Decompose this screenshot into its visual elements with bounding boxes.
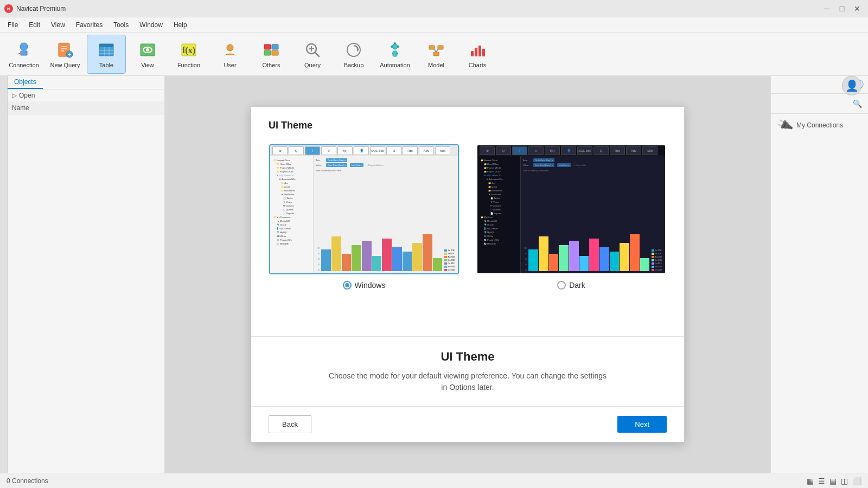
svg-point-35 — [391, 46, 393, 48]
view-icon — [138, 40, 157, 60]
list-view-icon[interactable]: ☰ — [818, 477, 825, 485]
next-button[interactable]: Next — [617, 416, 667, 433]
connections-section: 🔌 My Connections — [771, 114, 868, 137]
svg-rect-41 — [429, 46, 435, 49]
windows-radio[interactable] — [343, 281, 352, 290]
toolbar-model-button[interactable]: Model — [417, 35, 456, 74]
table-icon — [97, 40, 116, 60]
svg-rect-27 — [272, 50, 278, 55]
theme-option-windows[interactable]: ⊕ Q T V f(x) 👤 SQL Bck Q Rpt — [269, 144, 459, 290]
toolbar-connection-button[interactable]: Connection — [4, 35, 43, 74]
menu-file[interactable]: File — [2, 19, 23, 31]
connection-icon — [14, 40, 34, 60]
plug-icon: 🔌 — [775, 116, 794, 134]
panel-view-icon[interactable]: ◫ — [841, 477, 848, 485]
back-button[interactable]: Back — [269, 415, 311, 433]
toolbar-user-button[interactable]: User — [210, 35, 250, 74]
svg-rect-24 — [264, 44, 271, 49]
theme-option-dark[interactable]: ⊕ Q T V f(x) 👤 SQL Bck Q Rpt — [476, 144, 666, 290]
svg-text:f(x): f(x) — [182, 46, 195, 55]
sidebar-tab-objects[interactable]: Objects — [8, 76, 43, 89]
maximize-button[interactable]: □ — [835, 3, 848, 14]
toolbar-automation-button[interactable]: Automation — [375, 35, 414, 74]
svg-point-2 — [20, 43, 28, 50]
table-label: Table — [99, 62, 113, 68]
menu-tools[interactable]: Tools — [108, 19, 134, 31]
svg-rect-48 — [478, 46, 481, 56]
toolbar-view-button[interactable]: View — [128, 35, 167, 74]
toolbar-query-button[interactable]: Query — [293, 35, 332, 74]
toolbar-backup-button[interactable]: Backup — [334, 35, 373, 74]
svg-rect-4 — [23, 50, 25, 52]
dialog-overlay: UI Theme ⊕ Q T V — [165, 76, 770, 473]
menu-edit[interactable]: Edit — [23, 19, 46, 31]
expand-icon[interactable]: ⬜ — [852, 477, 861, 485]
svg-rect-13 — [99, 44, 113, 47]
automation-icon — [385, 40, 405, 60]
svg-point-37 — [394, 42, 396, 44]
app-icon: N — [4, 4, 13, 13]
menu-favorites[interactable]: Favorites — [71, 19, 108, 31]
svg-point-34 — [392, 44, 398, 49]
toolbar-new-query-button[interactable]: + New Query — [46, 35, 85, 74]
avatar[interactable]: 👤 — [842, 76, 861, 95]
left-edge-strip — [0, 76, 8, 473]
svg-rect-25 — [272, 44, 278, 49]
dark-radio[interactable] — [557, 281, 566, 290]
dialog-body: UI Theme ⊕ Q T V — [251, 107, 684, 336]
sidebar: Objects ▷ Open Name — [8, 76, 165, 473]
status-right: ▦ ☰ ▤ ◫ ⬜ — [807, 477, 861, 485]
dialog-bottom-title: UI Theme — [269, 350, 667, 364]
minimize-button[interactable]: ─ — [820, 3, 833, 14]
svg-line-45 — [436, 49, 438, 52]
function-label: Function — [177, 62, 200, 68]
svg-rect-39 — [392, 53, 393, 54]
svg-text:N: N — [7, 7, 10, 11]
toolbar-table-button[interactable]: Table — [87, 35, 126, 74]
svg-point-20 — [146, 48, 149, 52]
dialog-footer: Back Next — [251, 406, 684, 442]
function-icon: f(x) — [179, 40, 199, 60]
connections-status: 0 Connections — [7, 477, 48, 485]
backup-icon — [344, 40, 363, 60]
toolbar-others-button[interactable]: Others — [252, 35, 291, 74]
sidebar-tab-bar: Objects — [8, 76, 164, 89]
menu-bar: File Edit View Favorites Tools Window He… — [0, 17, 868, 33]
dialog-bottom-desc: Choose the mode for your default viewing… — [327, 370, 609, 393]
toolbar-charts-button[interactable]: Charts — [458, 35, 497, 74]
svg-line-44 — [435, 49, 436, 52]
svg-rect-49 — [482, 49, 485, 56]
connections-label: My Connections — [796, 121, 843, 129]
theme-preview-windows: ⊕ Q T V f(x) 👤 SQL Bck Q Rpt — [269, 144, 459, 274]
content-area: UI Theme ⊕ Q T V — [165, 76, 770, 473]
grid-view-icon[interactable]: ▦ — [807, 477, 814, 485]
dark-theme-label: Dark — [557, 281, 585, 290]
query-icon — [303, 40, 322, 60]
close-button[interactable]: ✕ — [851, 3, 864, 14]
toolbar-function-button[interactable]: f(x) Function — [169, 35, 208, 74]
query-label: Query — [304, 62, 321, 68]
svg-rect-26 — [264, 50, 271, 55]
sidebar-name-header: Name — [8, 102, 164, 114]
view-label: View — [141, 62, 154, 68]
svg-rect-40 — [397, 53, 398, 54]
menu-help[interactable]: Help — [168, 19, 193, 31]
charts-label: Charts — [469, 62, 486, 68]
sidebar-open-button[interactable]: ▷ Open — [8, 89, 164, 102]
user-label: User — [224, 62, 236, 68]
dialog-top-title: UI Theme — [269, 120, 667, 131]
status-bar: 0 Connections ▦ ☰ ▤ ◫ ⬜ — [0, 473, 868, 488]
menu-view[interactable]: View — [46, 19, 71, 31]
detail-view-icon[interactable]: ▤ — [829, 477, 837, 485]
user-icon — [220, 40, 240, 60]
menu-window[interactable]: Window — [134, 19, 168, 31]
svg-rect-43 — [433, 52, 439, 56]
automation-label: Automation — [380, 62, 410, 68]
charts-icon — [468, 40, 487, 60]
svg-point-23 — [227, 44, 233, 51]
app-title: Navicat Premium — [16, 5, 66, 12]
svg-rect-38 — [393, 51, 397, 56]
search-button[interactable]: 🔍 — [851, 97, 864, 110]
svg-rect-31 — [311, 46, 312, 52]
others-label: Others — [262, 62, 280, 68]
